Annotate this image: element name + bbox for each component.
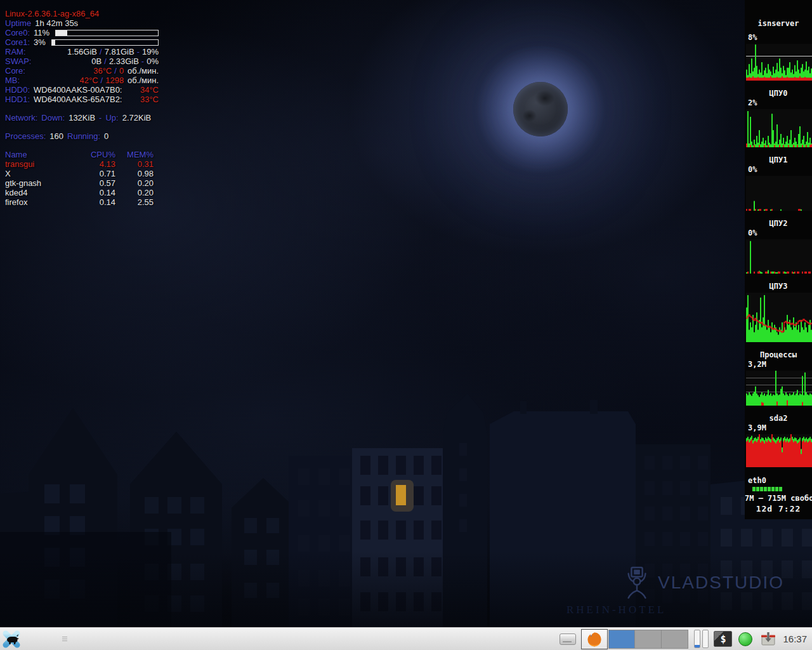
core1-load-line: Core1: 3% <box>5 37 159 47</box>
workspace-switcher <box>608 630 688 649</box>
chart-title-cpu3: ЦПУ3 <box>745 282 812 291</box>
chart-title-processes: Процессы <box>745 350 812 360</box>
core-temp-line: Core: 36°C / 0 об./мин. <box>5 66 159 76</box>
memory-summary: 7M – 715M свободн <box>745 494 812 503</box>
core0-load-line: Core0: 11% <box>5 28 159 37</box>
processes-line: Processes: 160 Running: 0 <box>5 131 159 141</box>
hotel-sign-text: RHEIN-HOTEL <box>566 604 666 616</box>
chart-section-cpu0: ЦПУ02% <box>745 89 812 147</box>
conky-system-monitor: Linux-2.6.36.1-ag-x86_64 Uptime 1h 42m 3… <box>5 9 159 207</box>
eth0-activity-bar <box>752 487 812 491</box>
workspace-3[interactable] <box>662 630 688 649</box>
chart-cpu0 <box>746 109 812 147</box>
chart-title-sda2: sda2 <box>745 414 812 423</box>
chart-scale-processes: 3,2M <box>748 360 812 369</box>
moon <box>513 82 568 136</box>
updates-tray-icon[interactable] <box>760 632 776 647</box>
taskbar: $ 16:37 <box>0 627 812 650</box>
meter-bar-1 <box>694 630 700 648</box>
panel-handle[interactable] <box>62 637 67 641</box>
process-row: firefox0.142.55 <box>5 197 159 207</box>
process-row: transgui4.130.31 <box>5 159 159 169</box>
mb-temp-line: MB: 42°C / 1298 об./мин. <box>5 76 159 85</box>
monitor-uptime: 12d 7:22 <box>745 504 812 514</box>
process-table-header: Name CPU% MEM% <box>5 150 159 159</box>
chart-cpu3 <box>746 293 812 342</box>
workspace-1[interactable] <box>608 630 635 649</box>
ram-line: RAM: 1.56GiB / 7.81GiB - 19% <box>5 47 159 56</box>
hostname-label: isnserver <box>745 19 812 28</box>
chart-section-cpu1: ЦПУ10% <box>745 156 812 211</box>
wallpaper-credit: VLADSTUDIO <box>622 566 784 599</box>
gkrellm-panel: isnserver 8%ЦПУ02%ЦПУ10%ЦПУ20%ЦПУ3Процес… <box>745 0 812 519</box>
process-row: kded40.140.20 <box>5 188 159 197</box>
package-update-icon <box>760 632 776 647</box>
chart-scale-cpu1: 0% <box>748 165 812 175</box>
chart-sda2 <box>746 434 812 467</box>
firefox-taskbar-button[interactable] <box>581 629 608 649</box>
wallpaper-credit-text: VLADSTUDIO <box>658 573 784 593</box>
applications-menu-button[interactable] <box>0 628 23 650</box>
lit-window <box>396 485 406 505</box>
chart-title-cpu0: ЦПУ0 <box>745 89 812 98</box>
menu-logo-icon <box>1 629 22 649</box>
swap-line: SWAP: 0B / 2.33GiB - 0% <box>5 56 159 66</box>
hdd0-line: HDD0: WD6400AAKS-00A7B0: 34°C <box>5 85 159 95</box>
chart-section-processes: Процессы3,2M <box>745 350 812 406</box>
hdd1-line: HDD1: WD6400AAKS-65A7B2: 33°C <box>5 95 159 104</box>
chart-scale-cpu2: 0% <box>748 229 812 238</box>
eth0-section: eth0 7M – 715M свободн 12d 7:22 <box>745 476 812 514</box>
terminal-tray-icon[interactable]: $ <box>714 631 732 647</box>
uptime-line: Uptime 1h 42m 35s <box>5 18 159 28</box>
meter-bar-2 <box>702 630 709 648</box>
eth0-label: eth0 <box>748 476 812 486</box>
chart-title-cpu1: ЦПУ1 <box>745 156 812 165</box>
chart-cpu-composite <box>746 44 812 81</box>
drive-tray-icon[interactable] <box>560 633 576 645</box>
load-meter-applet[interactable] <box>694 630 709 648</box>
status-online-icon[interactable] <box>738 632 752 646</box>
process-table: transgui4.130.31X0.710.98gtk-gnash0.570.… <box>5 159 159 207</box>
chart-cpu2 <box>746 239 812 274</box>
chart-section-cpu2: ЦПУ20% <box>745 219 812 274</box>
workspace-2[interactable] <box>635 630 662 649</box>
network-line: Network: Down: 132KiB - Up: 2.72KiB <box>5 113 159 123</box>
chart-processes <box>746 371 812 406</box>
chart-section-sda2: sda23,9M <box>745 414 812 467</box>
chart-scale-cpu-composite: 8% <box>748 33 812 43</box>
process-row: X0.710.98 <box>5 169 159 178</box>
core1-load-bar <box>51 39 159 46</box>
kernel-version: Linux-2.6.36.1-ag-x86_64 <box>5 9 159 18</box>
chart-scale-sda2: 3,9M <box>748 423 812 433</box>
monitor-charts: 8%ЦПУ02%ЦПУ10%ЦПУ20%ЦПУ3Процессы3,2Msda2… <box>745 33 812 467</box>
process-row: gtk-gnash0.570.20 <box>5 178 159 188</box>
chart-section-cpu3: ЦПУ3 <box>745 282 812 342</box>
core0-load-bar <box>55 30 159 36</box>
chart-scale-cpu0: 2% <box>748 98 812 108</box>
clock[interactable]: 16:37 <box>783 633 807 644</box>
firefox-icon <box>586 631 603 647</box>
vladstudio-logo-icon <box>622 566 652 599</box>
chart-title-cpu2: ЦПУ2 <box>745 219 812 229</box>
desktop: RHEIN-HOTEL VLADSTUDIO Linux-2.6.36.1-ag… <box>0 0 812 650</box>
chart-cpu1 <box>746 176 812 211</box>
chart-section-cpu-composite: 8% <box>745 33 812 81</box>
